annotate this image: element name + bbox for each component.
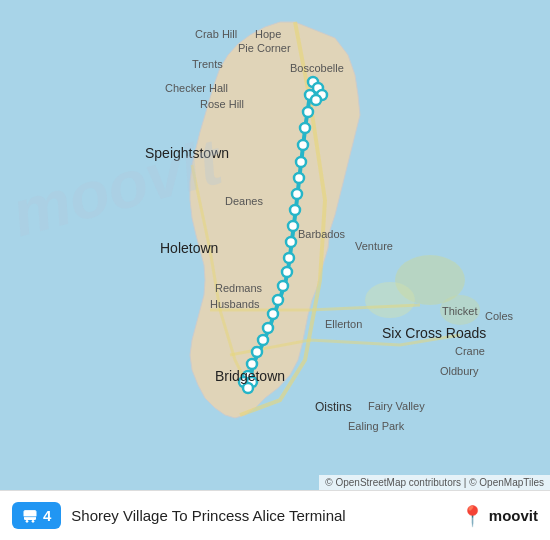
svg-point-22 bbox=[247, 359, 257, 369]
svg-point-14 bbox=[284, 253, 294, 263]
svg-point-7 bbox=[298, 140, 308, 150]
moovit-text: moovit bbox=[489, 507, 538, 524]
bus-icon bbox=[22, 508, 38, 524]
svg-point-17 bbox=[273, 295, 283, 305]
svg-point-19 bbox=[263, 323, 273, 333]
svg-point-3 bbox=[365, 282, 415, 318]
moovit-pin-icon: 📍 bbox=[460, 504, 485, 528]
attribution: © OpenStreetMap contributors | © OpenMap… bbox=[319, 475, 550, 490]
route-badge: 4 bbox=[12, 502, 61, 529]
svg-point-12 bbox=[288, 221, 298, 231]
svg-point-8 bbox=[296, 157, 306, 167]
moovit-logo: 📍 moovit bbox=[460, 504, 538, 528]
svg-point-16 bbox=[278, 281, 288, 291]
svg-point-10 bbox=[292, 189, 302, 199]
svg-point-18 bbox=[268, 309, 278, 319]
svg-point-15 bbox=[282, 267, 292, 277]
svg-point-33 bbox=[26, 520, 29, 523]
svg-point-20 bbox=[258, 335, 268, 345]
svg-point-21 bbox=[252, 347, 262, 357]
svg-marker-0 bbox=[190, 22, 360, 418]
svg-point-5 bbox=[303, 107, 313, 117]
svg-point-11 bbox=[290, 205, 300, 215]
svg-point-2 bbox=[440, 295, 480, 325]
map-container: moovit Crab Hill Hope Pie Corner Trents … bbox=[0, 0, 550, 490]
svg-point-34 bbox=[32, 520, 35, 523]
svg-point-13 bbox=[286, 237, 296, 247]
route-name: Shorey Village To Princess Alice Termina… bbox=[71, 507, 449, 524]
route-number: 4 bbox=[43, 507, 51, 524]
svg-rect-32 bbox=[24, 510, 36, 516]
svg-point-9 bbox=[294, 173, 304, 183]
svg-point-30 bbox=[243, 383, 253, 393]
svg-point-26 bbox=[311, 95, 321, 105]
svg-point-6 bbox=[300, 123, 310, 133]
bottom-bar: 4 Shorey Village To Princess Alice Termi… bbox=[0, 490, 550, 540]
